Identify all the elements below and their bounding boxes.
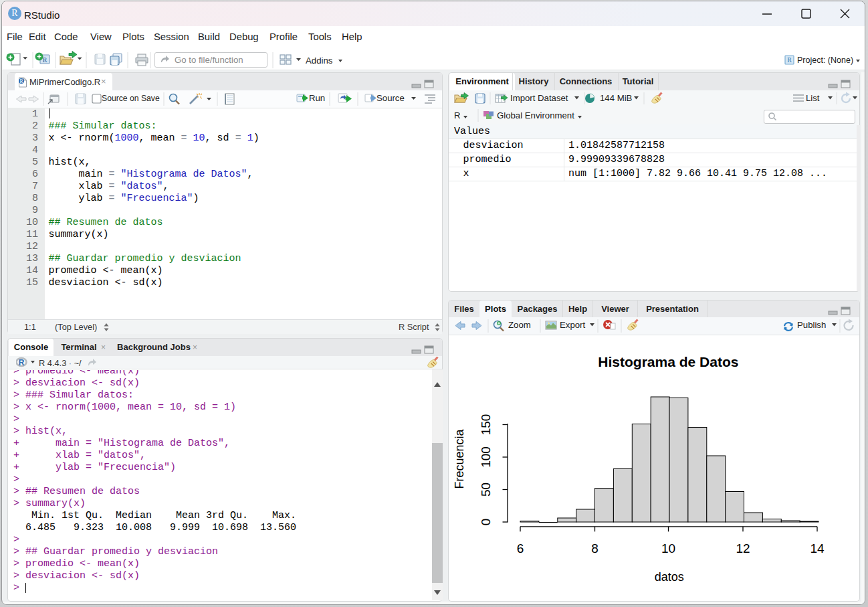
svg-text:100: 100 (479, 446, 493, 468)
svg-text:R: R (43, 56, 47, 64)
svg-text:R: R (19, 78, 23, 84)
svg-text:150: 150 (479, 414, 493, 436)
svg-text:10: 10 (661, 541, 675, 555)
svg-text:50: 50 (479, 483, 493, 497)
svg-text:14: 14 (810, 541, 825, 555)
svg-text:R: R (787, 56, 792, 64)
svg-text:6: 6 (517, 541, 524, 555)
svg-text:0: 0 (479, 519, 493, 526)
svg-text:R: R (19, 358, 25, 367)
svg-text:Frecuencia: Frecuencia (453, 428, 466, 489)
svg-text:datos: datos (655, 570, 684, 584)
svg-text:Histograma de Datos: Histograma de Datos (598, 354, 738, 369)
svg-text:8: 8 (591, 541, 599, 555)
svg-text:12: 12 (736, 541, 750, 555)
